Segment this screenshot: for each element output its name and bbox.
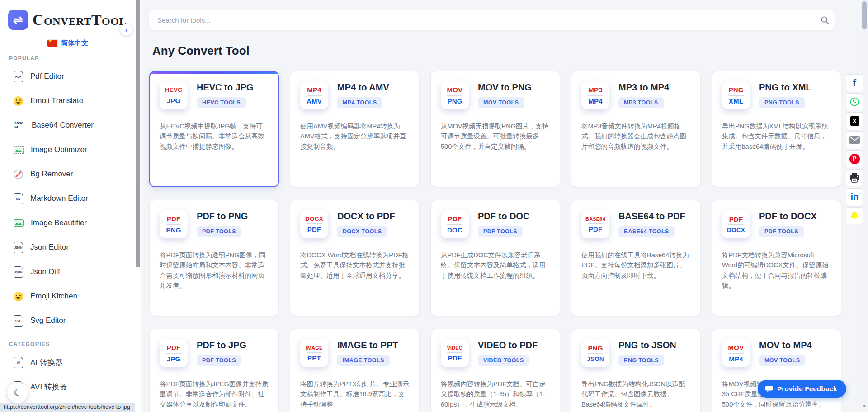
tool-category-badge[interactable]: HEVC TOOLS xyxy=(197,97,246,108)
tool-card[interactable]: PDF DOC PDF to DOC PDF TOOLS 从PDF生成DOC文件… xyxy=(430,200,560,316)
sidebar-item[interactable]: SVG Svg Editor xyxy=(0,308,136,333)
tool-card[interactable]: BASE64 PDF BASE64 to PDF BASE64 TOOLS 使用… xyxy=(571,200,701,316)
search-input[interactable] xyxy=(149,10,815,30)
tool-card-title[interactable]: VIDEO to PDF xyxy=(478,340,538,350)
feedback-label: Provide Feedback xyxy=(777,385,837,393)
pinterest-letter: P xyxy=(849,154,860,164)
sidebar-scrollbar-thumb[interactable] xyxy=(136,0,140,267)
tool-card[interactable]: MOV PNG MOV to PNG MOV TOOLS 从MOV视频无损提取P… xyxy=(430,71,560,187)
tool-card-title[interactable]: PDF to JPG xyxy=(197,340,246,350)
format-divider xyxy=(307,223,322,224)
language-switcher[interactable]: 简体中文 xyxy=(0,39,136,47)
tool-card[interactable]: MOV MP4 MOV to MP4 MOV TOOLS 将MOV视频转换为MP… xyxy=(712,329,841,412)
tool-card[interactable]: DOCX PDF DOCX to PDF DOCX TOOLS 将DOCX Wo… xyxy=(290,200,420,316)
tool-card-title[interactable]: PDF to DOC xyxy=(478,211,529,222)
format-to-label: JPG xyxy=(167,355,181,363)
logo-glyph: ⇌ xyxy=(13,13,23,27)
tool-card-header: PDF DOCX PDF to DOCX PDF TOOLS xyxy=(722,210,831,238)
page-scrollbar-thumb[interactable] xyxy=(862,1,867,29)
tool-card[interactable]: MP3 MP4 MP3 to MP4 MP3 TOOLS 将MP3音频文件转换为… xyxy=(571,71,701,187)
sidebar-item[interactable]: Base64 Base64 Converter xyxy=(0,113,136,137)
tool-category-badge[interactable]: PNG TOOLS xyxy=(759,97,805,108)
tool-card[interactable]: VIDEO PDF VIDEO to PDF VIDEO TOOLS 将视频内容… xyxy=(430,329,560,412)
format-divider xyxy=(447,95,462,96)
sidebar-item[interactable]: PDF Pdf Editor xyxy=(0,64,136,89)
tool-card-title[interactable]: MP4 to AMV xyxy=(337,82,389,93)
tool-category-badge[interactable]: MOV TOOLS xyxy=(478,97,524,108)
tool-card-title[interactable]: MP3 to MP4 xyxy=(618,82,669,93)
tool-card[interactable]: PDF JPG PDF to JPG PDF TOOLS 将PDF页面转换为JP… xyxy=(149,329,279,412)
email-share-icon[interactable] xyxy=(846,131,863,148)
search-icon[interactable] xyxy=(815,16,835,24)
sidebar-item[interactable]: Emoji Translate xyxy=(0,89,136,113)
sidebar-collapse-button[interactable]: ‹ xyxy=(120,24,132,36)
sidebar-item[interactable]: MD Markdown Editor xyxy=(0,186,136,211)
tool-card-title[interactable]: MOV to MP4 xyxy=(759,340,812,350)
sidebar-item[interactable]: JSON Json Editor xyxy=(0,235,136,260)
tool-card-title[interactable]: BASE64 to PDF xyxy=(618,211,685,222)
tool-card-title[interactable]: PNG to JSON xyxy=(618,340,676,350)
sidebar-item[interactable]: Bg Remover xyxy=(0,162,136,186)
whatsapp-share-icon[interactable] xyxy=(846,93,863,110)
format-to-label: DOCX xyxy=(727,227,745,233)
tool-category-badge[interactable]: VIDEO TOOLS xyxy=(478,355,529,366)
format-badge-icon: PNG XML xyxy=(722,81,750,109)
tool-category-badge[interactable]: IMAGE TOOLS xyxy=(337,355,390,366)
tool-card[interactable]: PDF DOCX PDF to DOCX PDF TOOLS 将PDF文档转换为… xyxy=(712,200,841,316)
tool-card[interactable]: IMAGE PPT IMAGE to PPT IMAGE TOOLS 将图片转换… xyxy=(290,329,420,412)
scroll-down-arrow-icon[interactable]: ▼ xyxy=(862,404,867,408)
tool-category-badge[interactable]: DOCX TOOLS xyxy=(337,226,387,237)
tool-category-badge[interactable]: PDF TOOLS xyxy=(197,226,241,237)
tool-card-title[interactable]: PNG to XML xyxy=(759,82,811,93)
tool-category-badge[interactable]: PNG TOOLS xyxy=(618,355,664,366)
format-badge-icon: HEVC JPG xyxy=(160,81,188,109)
tool-category-badge[interactable]: MP3 TOOLS xyxy=(618,97,664,108)
logo[interactable]: ⇌ ConvertTool xyxy=(8,10,127,30)
tool-card-title[interactable]: DOCX to PDF xyxy=(337,211,395,222)
pinterest-share-icon[interactable]: P xyxy=(846,150,863,167)
sidebar-item[interactable]: JSON Json Diff xyxy=(0,260,136,284)
sidebar-item-label: Markdown Editor xyxy=(30,194,88,203)
provide-feedback-button[interactable]: Provide Feedback xyxy=(758,380,846,398)
language-label[interactable]: 简体中文 xyxy=(61,39,88,47)
sidebar-item[interactable]: AI AI 转换器 xyxy=(0,350,136,374)
tool-category-badge[interactable]: MP4 TOOLS xyxy=(337,97,382,108)
format-badge-icon: PDF JPG xyxy=(160,339,188,367)
facebook-share-icon[interactable]: f xyxy=(846,74,863,91)
sidebar: ⇌ ConvertTool 简体中文 POPULAR PDF Pdf Edito… xyxy=(0,0,141,412)
format-to-label: AMV xyxy=(307,97,322,105)
sidebar-item[interactable]: Image Beautifier xyxy=(0,211,136,235)
tool-card-title[interactable]: HEVC to JPG xyxy=(197,82,254,93)
logo-icon: ⇌ xyxy=(8,10,28,30)
tool-card-title[interactable]: PDF to PNG xyxy=(197,211,248,222)
x-twitter-share-icon[interactable]: X xyxy=(846,112,863,129)
theme-toggle-button[interactable]: ☾ xyxy=(7,382,28,403)
format-divider xyxy=(728,224,744,225)
tool-card[interactable]: MP4 AMV MP4 to AMV MP4 TOOLS 使用AMV视频编码器将… xyxy=(290,71,420,187)
tool-card[interactable]: PDF PNG PDF to PNG PDF TOOLS 将PDF页面转换为透明… xyxy=(149,200,279,316)
tool-card[interactable]: PNG JSON PNG to JSON PNG TOOLS 导出PNG数据为结… xyxy=(571,329,701,412)
tool-card-title[interactable]: PDF to DOCX xyxy=(759,211,817,222)
sidebar-item[interactable]: Image Optimizer xyxy=(0,137,136,162)
tool-category-badge[interactable]: PDF TOOLS xyxy=(197,355,241,366)
tool-category-badge[interactable]: BASE64 TOOLS xyxy=(618,226,675,237)
format-divider xyxy=(588,95,603,96)
snapchat-share-icon[interactable] xyxy=(846,207,863,224)
tool-card-title[interactable]: IMAGE to PPT xyxy=(337,340,398,350)
format-from-label: MP3 xyxy=(588,86,602,94)
linkedin-share-icon[interactable]: in xyxy=(846,188,863,205)
tools-grid: HEVC JPG HEVC to JPG HEVC TOOLS 从HEVC视频中… xyxy=(149,71,843,412)
tool-card-header: MOV PNG MOV to PNG MOV TOOLS xyxy=(441,81,550,109)
tool-card-titles: BASE64 to PDF BASE64 TOOLS xyxy=(618,210,685,237)
format-badge-icon: PDF PNG xyxy=(160,210,188,238)
tool-category-badge[interactable]: MOV TOOLS xyxy=(759,355,805,366)
tool-category-badge[interactable]: PDF TOOLS xyxy=(478,226,523,237)
tool-category-badge[interactable]: PDF TOOLS xyxy=(759,226,804,237)
sidebar-item[interactable]: Emoji Kitchen xyxy=(0,284,136,308)
tool-card[interactable]: HEVC JPG HEVC to JPG HEVC TOOLS 从HEVC视频中… xyxy=(149,71,279,187)
format-divider xyxy=(166,95,181,95)
print-icon[interactable] xyxy=(846,169,863,186)
tool-card-title[interactable]: MOV to PNG xyxy=(478,82,532,93)
tool-card-description: 导出PNG数据为XML结构以实现系统集成。包含文件元数据、尺寸信息，并采用bas… xyxy=(722,121,831,152)
tool-card[interactable]: PNG XML PNG to XML PNG TOOLS 导出PNG数据为XML… xyxy=(712,71,841,187)
